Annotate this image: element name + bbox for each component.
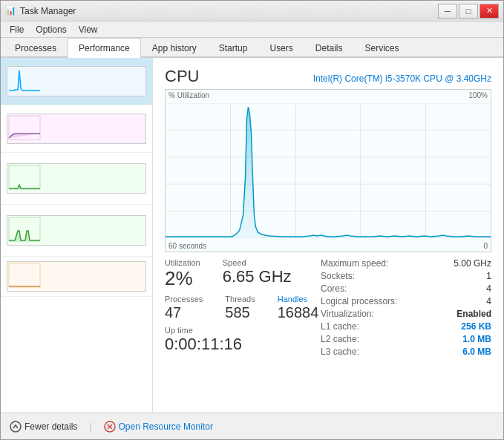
logical-row: Logical processors: 4 xyxy=(321,296,491,306)
threads-value: 585 xyxy=(225,303,255,321)
tab-details[interactable]: Details xyxy=(304,38,354,58)
content-area: CPU 2% 6.65 GHz Memory 1.5/7.7 GB (19%) xyxy=(1,58,503,413)
sidebar: CPU 2% 6.65 GHz Memory 1.5/7.7 GB (19%) xyxy=(1,58,153,413)
cpu-title: CPU xyxy=(165,67,199,86)
l1-label: L1 cache: xyxy=(321,321,359,332)
chart-bottom-left: 60 seconds xyxy=(168,242,206,250)
cpu-thumbnail xyxy=(7,66,146,96)
sidebar-item-memory[interactable]: Memory 1.5/7.7 GB (19%) xyxy=(1,105,152,153)
chart-top-value: 100% xyxy=(468,91,488,99)
virt-row: Virtualization: Enabled xyxy=(321,309,491,319)
svg-point-15 xyxy=(10,421,21,432)
virt-label: Virtualization: xyxy=(321,309,374,319)
l2-row: L2 cache: 1.0 MB xyxy=(321,334,491,344)
menu-file[interactable]: File xyxy=(4,23,30,36)
max-speed-value: 5.00 GHz xyxy=(454,258,491,269)
cpu-header: CPU Intel(R) Core(TM) i5-3570K CPU @ 3.4… xyxy=(165,67,491,86)
svg-marker-14 xyxy=(166,107,491,238)
l2-label: L2 cache: xyxy=(321,334,359,344)
footer: Fewer details | Open Resource Monitor xyxy=(1,413,503,439)
uptime-value: 0:00:11:16 xyxy=(165,335,321,354)
uptime-block: Up time 0:00:11:16 xyxy=(165,326,321,354)
handles-label: Handles xyxy=(278,295,319,303)
chevron-up-icon xyxy=(10,421,22,433)
logical-label: Logical processors: xyxy=(321,296,397,306)
utilization-value: 2% xyxy=(165,267,200,290)
title-bar-controls: ─ □ ✕ xyxy=(438,4,499,19)
speed-value: 6.65 GHz xyxy=(223,267,292,286)
menu-bar: File Options View xyxy=(1,22,503,38)
uptime-label: Up time xyxy=(165,326,321,335)
handles-value: 16884 xyxy=(278,303,319,321)
l1-value: 256 KB xyxy=(461,321,491,332)
ethernet-thumbnail xyxy=(7,261,146,292)
sockets-value: 1 xyxy=(486,271,491,281)
task-manager-window: 📊 Task Manager ─ □ ✕ File Options View P… xyxy=(0,0,504,440)
cpu-chart: % Utilization 100% xyxy=(165,89,491,252)
monitor-icon xyxy=(104,421,116,433)
speed-block: Speed 6.65 GHz xyxy=(223,258,292,290)
tab-app-history[interactable]: App history xyxy=(141,38,208,58)
logical-value: 4 xyxy=(486,296,491,306)
chart-bottom-right: 0 xyxy=(483,242,488,250)
proc-thread-handle-row: Processes 47 Threads 585 Handles 16884 xyxy=(165,295,321,321)
memory-thumbnail xyxy=(7,114,146,144)
threads-label: Threads xyxy=(225,295,255,303)
footer-divider: | xyxy=(89,421,91,432)
sockets-row: Sockets: 1 xyxy=(321,271,491,281)
title-bar-left: 📊 Task Manager xyxy=(5,5,76,17)
l2-value: 1.0 MB xyxy=(462,334,491,344)
cpu-subtitle: Intel(R) Core(TM) i5-3570K CPU @ 3.40GHz xyxy=(313,73,491,84)
title-bar: 📊 Task Manager ─ □ ✕ xyxy=(1,1,503,22)
disk1-thumbnail xyxy=(7,215,146,246)
sidebar-item-disk0[interactable]: Disk 0 (C:) 0% xyxy=(1,153,152,205)
cores-value: 4 xyxy=(486,283,491,294)
utilization-block: Utilization 2% xyxy=(165,258,200,290)
tab-startup[interactable]: Startup xyxy=(208,38,259,58)
main-panel: CPU Intel(R) Core(TM) i5-3570K CPU @ 3.4… xyxy=(153,58,503,413)
tab-users[interactable]: Users xyxy=(258,38,304,58)
left-stats: Utilization 2% Speed 6.65 GHz Processes … xyxy=(165,258,321,354)
handles-block: Handles 16884 xyxy=(278,295,319,321)
right-info: Maximum speed: 5.00 GHz Sockets: 1 Cores… xyxy=(321,258,491,359)
disk0-thumbnail xyxy=(7,163,146,194)
sidebar-item-disk1[interactable]: Disk 1 (D:) 0% xyxy=(1,205,152,257)
sockets-label: Sockets: xyxy=(321,271,355,281)
maximize-button[interactable]: □ xyxy=(459,4,478,19)
stats-section: Utilization 2% Speed 6.65 GHz Processes … xyxy=(165,258,491,359)
chart-util-label: % Utilization xyxy=(168,91,209,99)
tabs-bar: Processes Performance App history Startu… xyxy=(1,38,503,58)
tab-performance[interactable]: Performance xyxy=(68,38,141,58)
l3-label: L3 cache: xyxy=(321,347,359,357)
sidebar-item-ethernet[interactable]: Ethernet S: 0 R: 0 Kbps xyxy=(1,257,152,297)
threads-block: Threads 585 xyxy=(225,295,255,321)
svg-rect-1 xyxy=(9,165,40,189)
window-title: Task Manager xyxy=(20,6,76,16)
virt-value: Enabled xyxy=(456,309,491,319)
util-speed-row: Utilization 2% Speed 6.65 GHz xyxy=(165,258,321,290)
l1-row: L1 cache: 256 KB xyxy=(321,321,491,332)
cores-label: Cores: xyxy=(321,283,347,294)
processes-label: Processes xyxy=(165,295,203,303)
menu-options[interactable]: Options xyxy=(30,23,72,36)
processes-block: Processes 47 xyxy=(165,295,203,321)
processes-value: 47 xyxy=(165,303,203,321)
minimize-button[interactable]: ─ xyxy=(438,4,457,19)
sidebar-item-cpu[interactable]: CPU 2% 6.65 GHz xyxy=(1,58,152,105)
l3-value: 6.0 MB xyxy=(462,347,491,357)
utilization-label: Utilization xyxy=(165,258,200,267)
app-icon: 📊 xyxy=(5,5,17,17)
tab-services[interactable]: Services xyxy=(354,38,410,58)
tab-processes[interactable]: Processes xyxy=(4,38,68,58)
menu-view[interactable]: View xyxy=(73,23,104,36)
max-speed-row: Maximum speed: 5.00 GHz xyxy=(321,258,491,269)
svg-rect-2 xyxy=(9,217,40,241)
svg-rect-3 xyxy=(9,263,40,287)
fewer-details-button[interactable]: Fewer details xyxy=(10,421,77,433)
fewer-details-label: Fewer details xyxy=(24,421,77,432)
open-monitor-link[interactable]: Open Resource Monitor xyxy=(119,421,213,432)
close-button[interactable]: ✕ xyxy=(480,4,499,19)
l3-row: L3 cache: 6.0 MB xyxy=(321,347,491,357)
cpu-chart-svg xyxy=(166,103,491,238)
open-monitor-container: Open Resource Monitor xyxy=(104,421,213,433)
